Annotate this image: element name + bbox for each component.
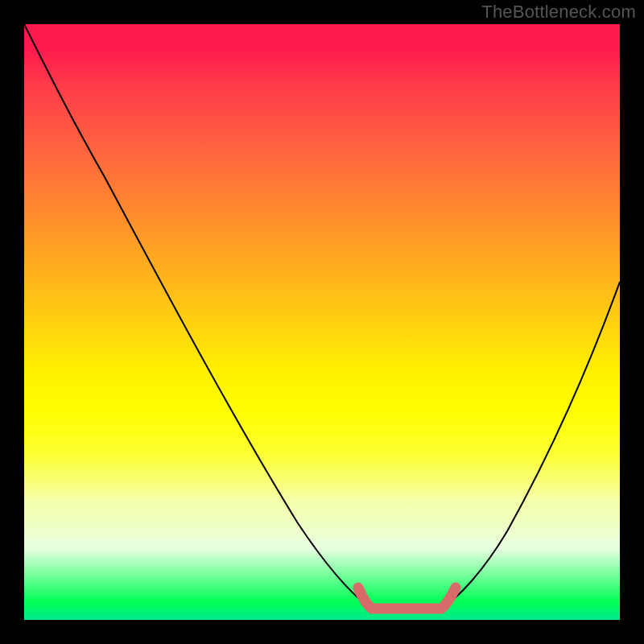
chart-plot-area — [24, 24, 620, 620]
watermark-text: TheBottleneck.com — [481, 2, 636, 23]
curve-path — [24, 24, 620, 607]
chart-curve-svg — [24, 24, 620, 620]
flat-segment — [358, 588, 456, 609]
